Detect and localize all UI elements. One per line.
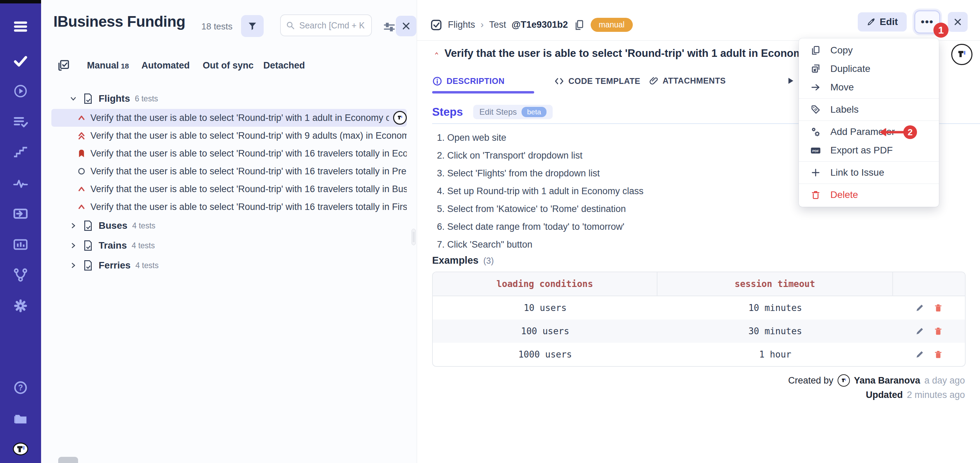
milestones-stairs-icon[interactable] [12,143,29,161]
priority-high-icon [434,49,439,58]
chevron-right-icon [69,221,77,230]
pulse-activity-icon[interactable] [12,174,29,192]
folder-row-flights[interactable]: Flights 6 tests [41,90,417,108]
folder-name: Flights [99,93,130,104]
edit-row-button[interactable] [914,325,926,337]
menu-item-link-to-issue[interactable]: Link to Issue [799,163,939,182]
filter-settings-sliders-icon[interactable] [383,21,396,33]
app-root: ? IBusiness Funding 18 tests Manual18 Au… [0,0,980,463]
git-branch-icon[interactable] [12,266,29,284]
tab-detached[interactable]: Detached [263,60,305,71]
paperclip-icon [649,76,659,86]
tab-attachments[interactable]: ATTACHMENTS [649,76,726,86]
priority-critical-icon [77,149,86,158]
delete-row-button[interactable] [932,348,944,360]
menu-item-label: Export as PDF [830,145,892,156]
svg-text:PDF: PDF [812,149,819,153]
menu-divider [799,121,939,121]
menu-item-copy[interactable]: Copy [799,41,939,60]
created-by-label: Created by [788,375,834,386]
menu-divider [799,183,939,184]
menu-item-add-parameter[interactable]: Add Parameter [799,123,939,141]
copy-id-icon[interactable] [574,19,585,31]
collapse-panel-button[interactable] [396,16,416,36]
settings-gear-icon[interactable] [12,297,29,315]
analytics-bar-chart-icon[interactable] [12,235,29,253]
hamburger-menu-icon[interactable] [12,18,29,36]
file-check-icon [82,259,94,271]
cell-session-timeout: 30 minutes [657,320,893,343]
tab-automated[interactable]: Automated [142,60,190,71]
active-tab-underline [432,91,534,94]
close-detail-button[interactable] [948,12,968,32]
trash-icon [934,303,943,313]
file-check-icon [82,240,94,251]
tab-manual[interactable]: Manual18 [87,60,129,71]
assignee-avatar [393,111,407,125]
plans-list-check-icon[interactable] [12,113,29,131]
test-row[interactable]: Verify that the user is able to select '… [51,198,407,216]
duplicate-icon [810,63,821,75]
edit-steps-button[interactable]: Edit Steps beta [473,105,553,119]
file-check-icon [82,220,94,231]
horizontal-scrollbar-thumb[interactable] [58,457,78,463]
import-box-icon[interactable] [12,205,29,223]
test-meta: Created by Yana Baranova a day ago Updat… [788,373,965,402]
examples-heading: Examples [432,255,478,266]
runs-play-circle-icon[interactable] [12,82,29,100]
test-title: Verify that the user is able to select '… [91,113,389,123]
cell-loading-conditions: 1000 users [433,343,657,366]
folder-row-buses[interactable]: Buses 4 tests [41,216,417,235]
projects-folder-icon[interactable] [12,410,29,427]
cell-loading-conditions: 100 users [433,320,657,343]
breadcrumb-test-id: @T1e9301b2 [512,19,568,30]
context-menu: Copy Duplicate Move Labels Add Parameter… [799,38,939,207]
menu-item-export-pdf[interactable]: PDF Export as PDF [799,141,939,159]
tag-icon [810,104,821,115]
delete-row-button[interactable] [932,302,944,314]
close-icon [401,21,411,31]
parameter-gears-icon [810,126,821,138]
priority-high-icon [77,184,86,194]
help-circle-icon[interactable]: ? [12,379,29,396]
plus-icon [810,167,821,178]
edit-row-button[interactable] [914,302,926,314]
step-item: Open web site [447,129,643,146]
folder-row-ferries[interactable]: Ferries 4 tests [41,256,417,275]
breadcrumb-folder[interactable]: Flights [448,19,475,30]
test-row[interactable]: Verify that the user is able to select '… [51,127,407,145]
close-icon [953,18,962,26]
header-actions: Edit ••• [858,10,968,33]
tab-description[interactable]: DESCRIPTION [432,76,505,86]
examples-count: (3) [483,256,494,266]
app-logo[interactable] [12,440,29,458]
delete-row-button[interactable] [932,325,944,337]
test-row[interactable]: Verify that the user is able to select '… [51,109,407,127]
edit-steps-label: Edit Steps [479,107,517,117]
menu-item-duplicate[interactable]: Duplicate [799,60,939,78]
annotation-arrow [877,125,907,140]
menu-divider [799,98,939,99]
breadcrumb-test-label: Test [489,19,506,30]
tests-check-icon[interactable] [12,52,29,70]
bulk-select-icon[interactable] [57,59,70,73]
tab-out-of-sync[interactable]: Out of sync [203,60,254,71]
steps-list: Open web site Click on 'Transport' dropd… [435,129,643,253]
panel-resize-handle[interactable] [412,229,416,245]
test-row[interactable]: Verify that the user is able to select '… [51,145,407,162]
filter-button[interactable] [241,15,264,37]
menu-item-move[interactable]: Move [799,78,939,97]
test-row[interactable]: Verify that the user is able to select '… [51,162,407,180]
folder-row-trains[interactable]: Trains 4 tests [41,235,417,256]
tab-code-template[interactable]: CODE TEMPLATE [554,76,640,86]
menu-item-label: Copy [830,45,853,56]
search-input[interactable] [299,21,364,30]
edit-button[interactable]: Edit [858,12,907,32]
column-header: loading conditions [433,272,657,296]
test-row[interactable]: Verify that the user is able to select '… [51,180,407,198]
edit-row-button[interactable] [914,348,926,360]
creator-avatar [838,374,850,387]
menu-item-labels[interactable]: Labels [799,100,939,119]
menu-item-delete[interactable]: Delete [799,186,939,204]
move-arrow-icon [810,81,821,93]
